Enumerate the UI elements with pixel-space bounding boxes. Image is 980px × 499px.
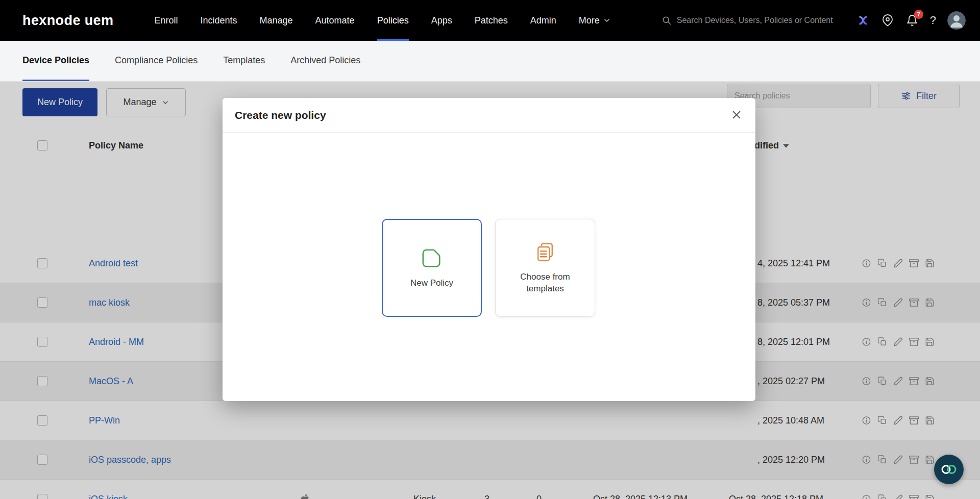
screen: hexnode uem Enroll Incidents Manage Auto… [0,0,980,499]
nav-item-enroll[interactable]: Enroll [154,0,178,41]
policies-tab-bar: Device Policies Compliance Policies Temp… [0,41,980,82]
close-icon[interactable] [731,109,743,121]
card-label: Choose from templates [513,271,577,295]
create-policy-modal: Create new policy New Policy Choose from… [223,98,755,401]
nav-item-more[interactable]: More [579,0,610,41]
choose-templates-card[interactable]: Choose from templates [495,219,595,317]
modal-title: Create new policy [235,109,326,121]
nav-item-automate[interactable]: Automate [315,0,355,41]
location-pin-icon[interactable] [881,14,894,27]
search-icon [662,15,672,26]
tab-templates[interactable]: Templates [223,41,265,81]
new-policy-card[interactable]: New Policy [382,219,482,317]
templates-icon [534,241,556,264]
tab-archived-policies[interactable]: Archived Policies [290,41,360,81]
tab-compliance-policies[interactable]: Compliance Policies [115,41,198,81]
nav-item-patches[interactable]: Patches [475,0,508,41]
modal-header: Create new policy [223,98,755,133]
notifications-bell-icon[interactable]: 7 [905,14,919,27]
genie-icon[interactable] [856,14,870,27]
global-search-input[interactable] [677,16,845,25]
top-navigation: hexnode uem Enroll Incidents Manage Auto… [0,0,980,41]
chat-widget[interactable] [934,455,964,484]
chevron-down-icon [603,17,610,24]
nav-item-manage[interactable]: Manage [260,0,293,41]
card-label: New Policy [410,278,453,289]
avatar[interactable] [947,11,966,30]
notification-badge: 7 [914,10,923,19]
nav-item-policies[interactable]: Policies [377,0,409,41]
help-icon[interactable]: ? [930,14,936,27]
nav-right-cluster: 7 ? [662,0,966,41]
tab-device-policies[interactable]: Device Policies [22,41,89,81]
blank-policy-icon [420,246,444,270]
global-search [662,15,845,26]
nav-item-incidents[interactable]: Incidents [200,0,237,41]
app-logo[interactable]: hexnode uem [22,0,113,41]
nav-item-admin[interactable]: Admin [530,0,556,41]
nav-item-apps[interactable]: Apps [431,0,452,41]
main-nav: Enroll Incidents Manage Automate Policie… [154,0,610,41]
